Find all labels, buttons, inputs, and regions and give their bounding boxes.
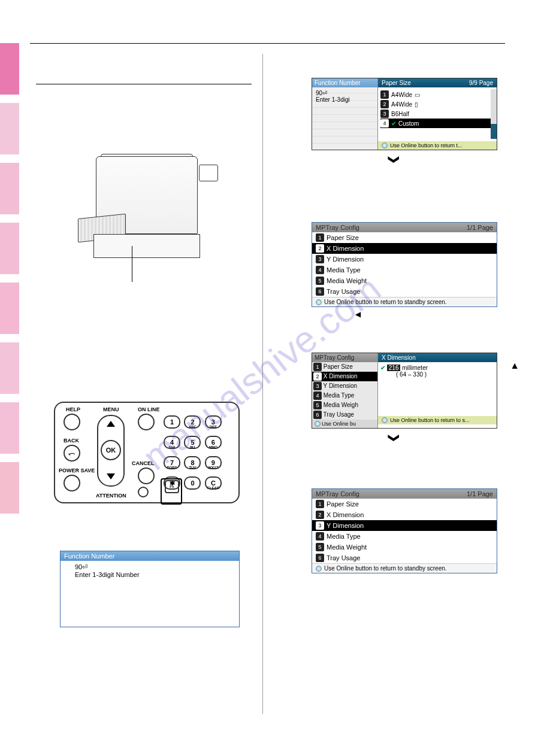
chevron-down-icon: ❯ <box>388 433 401 442</box>
list-item[interactable]: 1Paper Size <box>312 499 497 509</box>
key-2[interactable]: 2ABC <box>184 415 201 429</box>
list-item[interactable]: 3Y Dimension <box>312 254 497 265</box>
item-num: 4 <box>313 391 322 400</box>
item-label: Custom <box>398 120 419 127</box>
key-8[interactable]: 8TUV <box>184 456 201 469</box>
list-item[interactable]: 3 Y Dimension <box>312 381 377 391</box>
down-arrow-icon[interactable] <box>107 473 115 479</box>
title-text: MPTray Config <box>316 490 359 497</box>
key-4[interactable]: 4GHI <box>164 436 180 449</box>
key-5[interactable]: 5JKL <box>184 436 201 449</box>
help-button[interactable] <box>64 414 80 430</box>
key-5-sub: JKL <box>185 442 200 453</box>
key-8-sub: TUV <box>185 462 200 473</box>
list-item-selected[interactable]: 2X Dimension <box>312 243 497 254</box>
fn-value: 90⏎ <box>65 563 234 571</box>
key-6[interactable]: 6MNO <box>205 436 222 449</box>
list-item[interactable]: 5Media Weight <box>312 542 497 552</box>
sidebar-seg <box>0 103 19 154</box>
powersave-button[interactable] <box>64 475 80 491</box>
list-item[interactable]: 2A4Wide▯ <box>380 99 494 109</box>
ok-button[interactable]: OK <box>101 440 121 460</box>
right-panel-title: Paper Size 9/9 Page <box>378 78 497 87</box>
item-num: 1 <box>313 363 322 371</box>
sidebar-seg <box>0 462 19 514</box>
fn-hint: Enter 1-3digit Number <box>65 571 234 578</box>
item-label: Media Weigh <box>324 402 358 408</box>
key-3-sub: DEF <box>206 421 220 432</box>
screen-title: Function Number <box>64 552 114 560</box>
list-item[interactable]: 5 Media Weigh <box>312 400 377 410</box>
cancel-button[interactable] <box>138 467 155 484</box>
item-label: Media Type <box>327 533 361 540</box>
list-item[interactable]: 4Media Type <box>312 265 497 275</box>
item-num: 3 <box>316 521 324 530</box>
key-clear[interactable]: CCLEAR <box>205 476 222 490</box>
online-dot-icon <box>382 142 388 148</box>
item-num: 1 <box>316 233 324 242</box>
scrollbar-thumb[interactable] <box>491 124 497 139</box>
key-9[interactable]: 9WXYZ <box>205 456 222 469</box>
item-label: Y Dimension <box>327 522 364 529</box>
key-7[interactable]: 7PQRS <box>164 456 180 469</box>
screen-titlebar: MPTray Config 1/1 Page <box>312 489 497 499</box>
list-item[interactable]: 1Paper Size <box>312 232 497 243</box>
list-item[interactable]: 6Tray Usage <box>312 286 497 297</box>
list-item[interactable]: 5Media Weight <box>312 275 497 286</box>
xdim-value[interactable]: 216 <box>387 365 401 371</box>
screen-titlebar: MPTray Config 1/1 Page <box>312 223 497 232</box>
item-label: Media Type <box>324 392 355 399</box>
list-item-selected[interactable]: 3Y Dimension <box>312 520 497 531</box>
list-item-selected[interactable]: 4✔Custom <box>380 119 494 128</box>
item-num: 2 <box>313 372 322 381</box>
scrollbar[interactable] <box>491 89 497 139</box>
key-clear-sub: CLEAR <box>206 482 220 493</box>
function-number-screen: Function Number 90⏎ Enter 1-3digit Numbe… <box>60 551 240 627</box>
item-label: Tray Usage <box>327 554 360 561</box>
online-dot-icon <box>382 417 388 423</box>
key-1[interactable]: 1 <box>164 415 180 429</box>
triangle-up-icon: ▲ <box>510 360 519 371</box>
item-num: 4 <box>316 532 324 541</box>
list-item[interactable]: 1A4Wide▭ <box>380 90 494 99</box>
list-item[interactable]: 4 Media Type <box>312 391 377 400</box>
key-3[interactable]: 3DEF <box>205 415 222 429</box>
footer-text: Use Online bu <box>322 421 356 427</box>
attention-label: ATTENTION <box>96 493 126 499</box>
item-num: 6 <box>316 554 324 562</box>
footer-text: Use Online button to return to standby s… <box>324 565 447 572</box>
printer-base <box>93 234 200 258</box>
list-item[interactable]: 4Media Type <box>312 531 497 542</box>
sidebar-seg <box>0 43 19 95</box>
list-item[interactable]: 6 Tray Usage <box>312 410 377 420</box>
printer-illustration <box>72 156 222 300</box>
xdim-value-row: ✔ 216 millimeter <box>380 365 494 371</box>
list-item[interactable]: 3B6Half <box>380 109 494 119</box>
item-label: A4Wide <box>391 101 412 108</box>
key-7-sub: PQRS <box>165 462 179 473</box>
item-label: Media Type <box>327 266 361 274</box>
title-text: Paper Size <box>382 80 411 86</box>
sidebar-seg <box>0 342 19 394</box>
screen-titlebar: Function Number <box>61 551 239 561</box>
list-item[interactable]: 1 Paper Size <box>312 362 377 372</box>
list-item[interactable]: 2X Dimension <box>312 509 497 520</box>
up-arrow-icon[interactable] <box>107 421 115 427</box>
xdim-right-panel: X Dimension ✔ 216 millimeter ( 64 – 330 … <box>378 353 497 428</box>
online-button[interactable] <box>138 414 155 430</box>
key-0[interactable]: 0 <box>184 476 201 490</box>
list-item[interactable]: 6Tray Usage <box>312 552 497 563</box>
callout-line <box>132 246 132 282</box>
item-num: 5 <box>313 401 322 409</box>
x-dimension-screen: MPTray Config 1 Paper Size 2 X Dimension… <box>312 353 497 429</box>
left-panel-list: 1 Paper Size 2 X Dimension 3 Y Dimension… <box>312 362 377 420</box>
list-item-selected[interactable]: 2 X Dimension <box>312 372 377 381</box>
back-button[interactable]: ⤺ <box>64 445 80 462</box>
screen-footer: Use Online button to return to standby s… <box>312 297 497 306</box>
fn-hint-trunc: Enter 1-3digi <box>316 96 374 103</box>
item-num: 5 <box>316 543 324 551</box>
xdim-value-area: ✔ 216 millimeter ( 64 – 330 ) <box>378 362 497 416</box>
sidebar-seg <box>0 283 19 334</box>
item-num: 1 <box>316 500 324 508</box>
title-text: MPTray Config <box>316 224 359 231</box>
